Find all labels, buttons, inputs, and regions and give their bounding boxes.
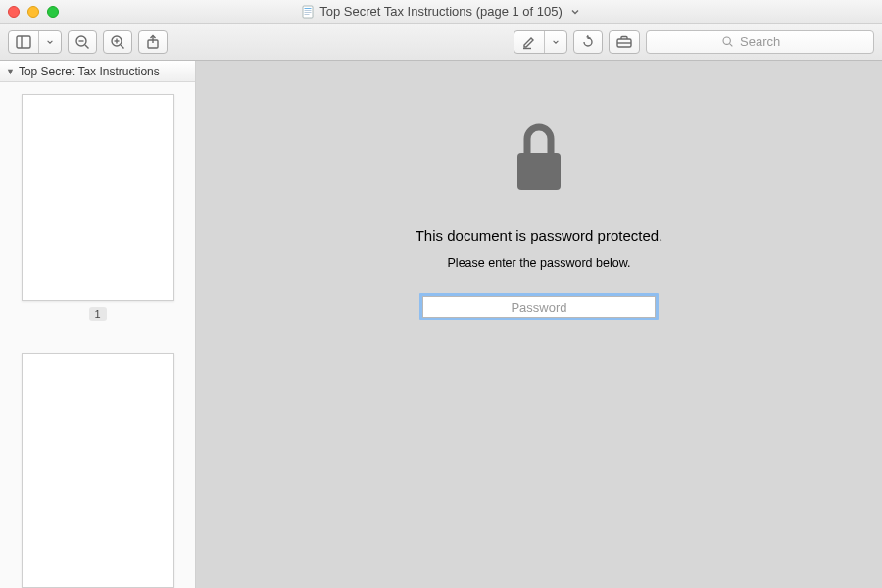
sidebar-doc-title: Top Secret Tax Instructions (19, 65, 160, 78)
document-icon (302, 5, 314, 19)
document-pane: This document is password protected. Ple… (196, 61, 882, 588)
svg-line-11 (121, 45, 124, 49)
svg-rect-5 (17, 36, 30, 48)
svg-marker-17 (586, 34, 588, 36)
chevron-down-icon (552, 38, 560, 46)
title-dropdown-chevron-icon[interactable] (570, 7, 580, 17)
search-icon (721, 35, 734, 48)
password-input[interactable] (422, 296, 656, 318)
svg-rect-3 (305, 12, 312, 13)
svg-line-21 (730, 44, 733, 47)
search-input[interactable] (740, 34, 799, 49)
thumbnail-list: 1 (0, 82, 195, 588)
chevron-down-icon (46, 38, 54, 46)
share-button[interactable] (138, 30, 168, 54)
lock-icon (508, 120, 570, 198)
page-thumbnail-label: 1 (89, 307, 107, 321)
toolbar-left-group (8, 30, 168, 54)
search-field[interactable] (646, 30, 874, 54)
toolbar-right-group (514, 30, 874, 54)
svg-rect-4 (305, 14, 310, 15)
page-thumbnail[interactable] (22, 353, 174, 588)
svg-rect-2 (305, 10, 312, 11)
svg-rect-0 (303, 6, 313, 18)
rotate-button[interactable] (573, 30, 603, 54)
zoom-in-button[interactable] (103, 30, 132, 54)
window-controls (8, 6, 59, 18)
toolbox-icon (615, 35, 633, 49)
svg-rect-22 (517, 153, 561, 190)
minimize-window-button[interactable] (27, 6, 39, 18)
zoom-out-icon (74, 34, 90, 50)
thumbnail-sidebar: ▼ Top Secret Tax Instructions 1 (0, 61, 196, 588)
window-title-text: Top Secret Tax Instructions (page 1 of 1… (319, 4, 563, 19)
window-titlebar: Top Secret Tax Instructions (page 1 of 1… (0, 0, 882, 24)
disclosure-triangle-icon: ▼ (6, 67, 15, 76)
fullscreen-window-button[interactable] (47, 6, 59, 18)
svg-point-20 (723, 37, 730, 44)
close-window-button[interactable] (8, 6, 20, 18)
sidebar-header[interactable]: ▼ Top Secret Tax Instructions (0, 61, 195, 82)
view-mode-button[interactable] (8, 30, 62, 54)
protected-subheading: Please enter the password below. (448, 256, 631, 270)
svg-line-8 (85, 45, 89, 49)
toolbar (0, 24, 882, 61)
zoom-out-button[interactable] (68, 30, 97, 54)
svg-rect-1 (305, 8, 312, 9)
highlight-pen-icon (521, 34, 537, 50)
markup-button[interactable] (514, 30, 567, 54)
zoom-in-icon (110, 34, 125, 50)
page-thumbnail[interactable] (22, 94, 174, 301)
protected-heading: This document is password protected. (416, 227, 663, 244)
password-prompt: This document is password protected. Ple… (304, 120, 774, 320)
rotate-icon (580, 34, 596, 50)
window-title: Top Secret Tax Instructions (page 1 of 1… (0, 0, 882, 23)
annotate-toolbar-button[interactable] (609, 30, 640, 54)
share-icon (146, 34, 160, 50)
content-area: ▼ Top Secret Tax Instructions 1 This doc… (0, 61, 882, 588)
sidebar-view-icon (16, 35, 31, 49)
password-field-focus-ring (419, 293, 659, 320)
